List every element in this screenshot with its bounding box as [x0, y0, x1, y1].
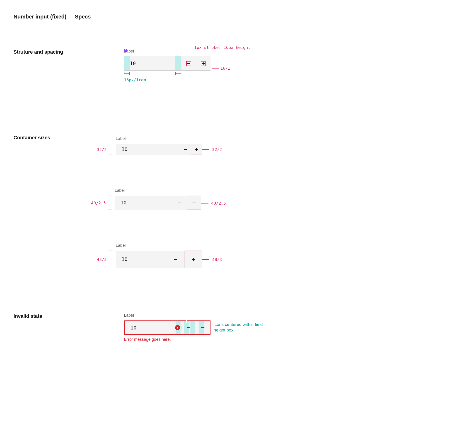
size-48: 48/3 Label 10 48/3 — [124, 242, 327, 268]
minus-icon — [184, 149, 187, 150]
v-measure-40 — [108, 196, 112, 210]
section-title-invalid: Invalid state — [13, 313, 115, 338]
input-value[interactable]: 10 — [116, 144, 180, 155]
connector-line — [212, 68, 219, 68]
section-sizes: Container sizes 32/2 Label 10 32/2 — [13, 135, 463, 268]
decrement-button[interactable] — [180, 144, 191, 155]
increment-button[interactable] — [196, 56, 210, 71]
number-input-lg: Label 10 — [116, 243, 202, 268]
increment-button[interactable] — [196, 321, 210, 334]
decrement-button[interactable] — [182, 321, 196, 334]
pink-outline-button — [185, 251, 202, 268]
pink-outline-button — [191, 144, 202, 155]
input-label: Label — [124, 49, 210, 53]
v-measure-32 — [109, 144, 113, 155]
size-40: 40/2.5 Label 10 40/2.5 — [124, 187, 327, 210]
input-value[interactable]: 10 — [125, 321, 181, 334]
warning-icon: ! — [175, 325, 180, 330]
input-value[interactable]: 10 — [124, 56, 181, 71]
error-message: Error message goes here. — [124, 337, 210, 342]
note-right-48: 48/3 — [212, 257, 222, 262]
decrement-button[interactable] — [172, 196, 187, 210]
note-icon-centering: icons centered within field height box. — [214, 322, 263, 333]
connector-line — [202, 149, 209, 150]
number-input-sm: Label 10 — [116, 136, 202, 155]
note-left-40: 40/2.5 — [91, 201, 106, 205]
note-16px-1rem: 16px/1rem — [124, 78, 210, 82]
input-label: Label — [116, 243, 202, 247]
note-left-48: 48/3 — [97, 257, 107, 262]
pink-outline-button — [187, 196, 201, 210]
minus-icon — [178, 203, 181, 203]
h-measure-left — [124, 72, 130, 75]
number-input-structure: Label 8 10 — [124, 49, 210, 71]
input-value[interactable]: 10 — [115, 196, 172, 210]
connector-line — [202, 259, 209, 260]
connector-line — [201, 203, 209, 204]
section-structure: Struture and spacing 1px stroke, 16px he… — [13, 49, 463, 83]
section-invalid: Invalid state Label 10 ! — [13, 313, 463, 342]
input-value[interactable]: 10 — [116, 251, 167, 268]
h-measure-right — [175, 72, 181, 75]
plus-icon — [201, 326, 204, 329]
note-right-40: 40/2.5 — [211, 201, 226, 205]
plus-icon — [201, 61, 205, 66]
note-right-32: 32/2 — [212, 147, 222, 152]
minus-icon — [186, 61, 191, 66]
purple-badge-8: 8 — [124, 49, 127, 52]
input-label: Label — [116, 136, 202, 141]
decrement-button[interactable] — [181, 56, 196, 71]
input-label: Label — [124, 313, 210, 317]
size-32: 32/2 Label 10 32/2 — [124, 135, 327, 155]
minus-icon — [174, 259, 177, 260]
number-input-md: Label 10 — [115, 188, 201, 210]
tick-mark — [178, 320, 178, 323]
section-title-structure: Struture and spacing — [13, 49, 115, 79]
decrement-button[interactable] — [167, 251, 185, 268]
page-title: Number input (fixed) — Specs — [13, 13, 463, 20]
note-left-32: 32/2 — [97, 147, 107, 152]
number-input-invalid: Label 10 ! — [124, 313, 210, 335]
note-16-1: 16/1 — [221, 66, 230, 71]
input-label: Label — [115, 188, 201, 193]
v-measure-48 — [109, 251, 113, 268]
minus-icon — [187, 327, 190, 328]
